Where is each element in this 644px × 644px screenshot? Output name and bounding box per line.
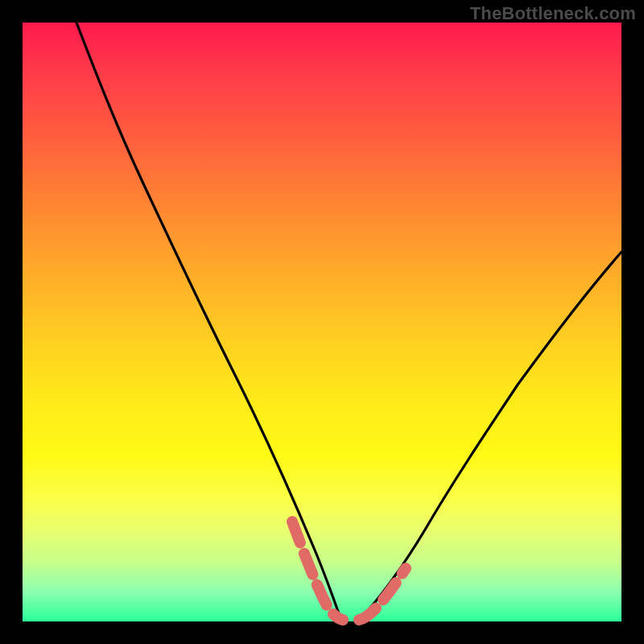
watermark-text: TheBottleneck.com [470,3,636,24]
chart-frame: TheBottleneck.com [0,0,644,644]
curve-layer [23,23,621,621]
highlight-right [359,568,406,620]
curve-right [361,252,621,618]
